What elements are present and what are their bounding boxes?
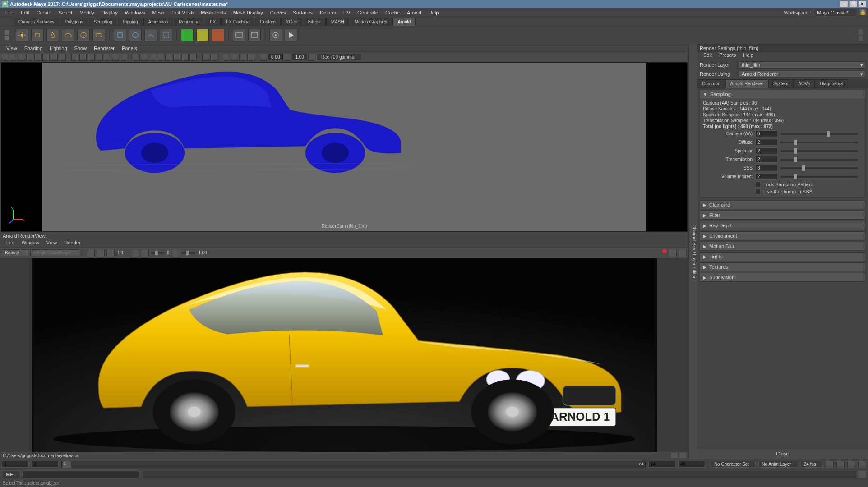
- colorspace-dropdown[interactable]: Rec 709 gamma: [316, 54, 361, 60]
- rs-menu-edit[interactable]: Edit: [700, 52, 716, 60]
- ipr-icon[interactable]: [248, 29, 261, 41]
- command-input[interactable]: [22, 471, 139, 478]
- prefs-icon[interactable]: [847, 461, 855, 468]
- sampling-header[interactable]: ▼ Sampling: [700, 90, 865, 98]
- section-header[interactable]: ▶Subdivision: [700, 273, 865, 281]
- range-end-field[interactable]: [678, 461, 705, 468]
- maximize-button[interactable]: □: [849, 1, 857, 7]
- vp-tool-icon[interactable]: [34, 54, 42, 61]
- param-slider[interactable]: [780, 142, 858, 143]
- menu-edit-mesh[interactable]: Edit Mesh: [168, 10, 197, 15]
- shelf-tab[interactable]: Motion Graphics: [350, 18, 392, 26]
- vp-menu-lighting[interactable]: Lighting: [46, 46, 71, 51]
- rv-tool-icon[interactable]: [131, 249, 139, 257]
- script-editor-icon[interactable]: [858, 471, 866, 478]
- vp-tool-icon[interactable]: [165, 54, 172, 61]
- cmd-language-label[interactable]: MEL: [2, 470, 20, 478]
- gamma-value[interactable]: 1.00: [292, 54, 307, 60]
- workspace-dropdown[interactable]: Maya Classic*: [814, 9, 857, 16]
- shelf-tab[interactable]: Bifrost: [303, 18, 325, 26]
- rs-menu-presets[interactable]: Presets: [716, 52, 739, 60]
- spot-light-icon[interactable]: [46, 29, 59, 41]
- section-header[interactable]: ▶Ray Depth: [700, 221, 865, 230]
- lock-sampling-checkbox[interactable]: [755, 182, 761, 187]
- vp-tool-icon[interactable]: [202, 54, 209, 61]
- rv-settings-icon[interactable]: [679, 249, 687, 257]
- section-header[interactable]: ▶Environment: [700, 232, 865, 240]
- vp-tool-icon[interactable]: [2, 54, 9, 61]
- tab-common[interactable]: Common: [697, 79, 725, 88]
- vp-tool-icon[interactable]: [157, 54, 164, 61]
- autokey-icon[interactable]: [836, 461, 845, 468]
- flush-cache-icon[interactable]: [196, 29, 209, 41]
- menu-mesh[interactable]: Mesh: [148, 10, 168, 15]
- vp-tool-icon[interactable]: [112, 54, 119, 61]
- rv-stop-icon[interactable]: [662, 249, 667, 253]
- light-editor-icon[interactable]: [212, 29, 224, 41]
- rv-layer-dropdown[interactable]: Beauty: [2, 249, 28, 256]
- area-light-icon[interactable]: [31, 29, 44, 41]
- vp-tool-icon[interactable]: [149, 54, 156, 61]
- shelf-tab[interactable]: MASH: [326, 18, 349, 26]
- light-icon[interactable]: [16, 29, 28, 41]
- cube-icon[interactable]: [114, 29, 126, 41]
- rv-status-icon[interactable]: [679, 453, 686, 458]
- colorspace-icon[interactable]: [308, 54, 315, 61]
- rv-tool-icon[interactable]: [106, 249, 115, 257]
- tab-arnold-renderer[interactable]: Arnold Renderer: [725, 79, 768, 88]
- vp-tool-icon[interactable]: [181, 54, 189, 61]
- menu-deform[interactable]: Deform: [316, 10, 340, 15]
- menu-uv[interactable]: UV: [340, 10, 354, 15]
- shelf-tab[interactable]: XGen: [281, 18, 303, 26]
- rv-tool-icon[interactable]: [172, 249, 180, 257]
- menu-generate[interactable]: Generate: [354, 10, 382, 15]
- vp-menu-renderer[interactable]: Renderer: [90, 46, 118, 51]
- rv-refresh-icon[interactable]: [669, 249, 677, 257]
- render-layer-dropdown[interactable]: thin_film: [739, 61, 865, 69]
- tab-diagnostics[interactable]: Diagnostics: [815, 79, 848, 88]
- rs-menu-help[interactable]: Help: [739, 52, 757, 60]
- menu-mesh-tools[interactable]: Mesh Tools: [197, 10, 229, 15]
- vp-tool-icon[interactable]: [18, 54, 25, 61]
- param-value-field[interactable]: 3: [755, 165, 778, 171]
- vp-tool-icon[interactable]: [10, 54, 17, 61]
- vp-menu-view[interactable]: View: [3, 46, 21, 51]
- shelf-tab-active[interactable]: Arnold: [392, 18, 416, 26]
- vp-tool-icon[interactable]: [189, 54, 197, 61]
- vp-tool-icon[interactable]: [79, 54, 87, 61]
- vp-tool-icon[interactable]: [26, 54, 33, 61]
- render-using-dropdown[interactable]: Arnold Renderer: [739, 70, 865, 78]
- tab-system[interactable]: System: [768, 79, 793, 88]
- fps-dropdown[interactable]: 24 fps: [801, 461, 823, 468]
- menu-curves[interactable]: Curves: [267, 10, 290, 15]
- vp-menu-show[interactable]: Show: [71, 46, 91, 51]
- time-slider[interactable]: 1 24: [61, 461, 646, 468]
- close-button[interactable]: Close: [697, 448, 868, 459]
- current-frame[interactable]: 1: [63, 461, 71, 468]
- shelf-tab[interactable]: FX: [205, 18, 221, 26]
- exposure-icon[interactable]: [260, 54, 267, 61]
- rv-menu-window[interactable]: Window: [18, 240, 43, 248]
- vp-tool-icon[interactable]: [223, 54, 230, 61]
- autobump-checkbox[interactable]: [755, 189, 761, 194]
- shelf-tab[interactable]: Polygons: [60, 18, 88, 26]
- shelf-controls[interactable]: [5, 30, 11, 41]
- rv-tool-icon[interactable]: [87, 249, 95, 257]
- menu-help[interactable]: Help: [425, 10, 443, 15]
- vp-tool-icon[interactable]: [96, 54, 103, 61]
- vp-tool-icon[interactable]: [59, 54, 66, 61]
- param-value-field[interactable]: 2: [755, 147, 778, 154]
- menu-edit[interactable]: Edit: [17, 10, 33, 15]
- vp-tool-icon[interactable]: [173, 54, 180, 61]
- tab-aovs[interactable]: AOVs: [793, 79, 815, 88]
- rv-menu-render[interactable]: Render: [61, 240, 84, 248]
- param-value-field[interactable]: 2: [755, 139, 778, 146]
- end-frame-field[interactable]: [648, 461, 675, 468]
- vp-tool-icon[interactable]: [71, 54, 78, 61]
- range-start-field[interactable]: [2, 461, 29, 468]
- channel-box-tab[interactable]: Channel Box / Layer Editor: [688, 44, 697, 459]
- param-slider[interactable]: [780, 176, 858, 178]
- section-header[interactable]: ▶Motion Blur: [700, 242, 865, 250]
- param-slider[interactable]: [780, 150, 858, 152]
- vp-menu-panels[interactable]: Panels: [118, 46, 141, 51]
